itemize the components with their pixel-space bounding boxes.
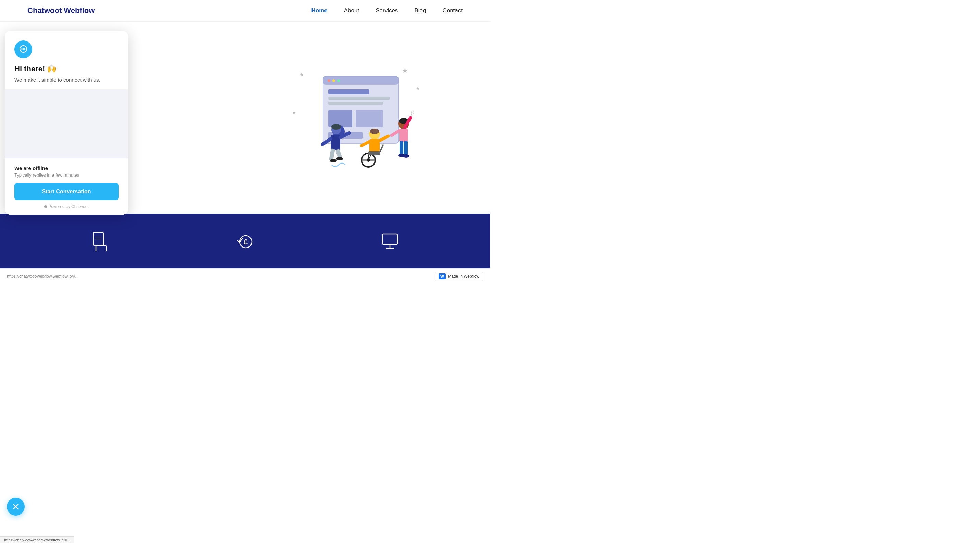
nav-link-about[interactable]: About bbox=[344, 7, 359, 14]
powered-by-label: Powered by Chatwoot bbox=[48, 204, 88, 209]
svg-rect-28 bbox=[369, 139, 380, 152]
chat-logo bbox=[14, 40, 32, 58]
navbar: Chatwoot Webflow Home About Services Blo… bbox=[0, 0, 490, 22]
made-in-webflow: W Made in Webflow bbox=[435, 272, 483, 281]
footer-bar: £ bbox=[0, 213, 490, 268]
chat-header: Hi there! 🙌 We make it simple to connect… bbox=[5, 31, 128, 90]
svg-rect-13 bbox=[328, 110, 352, 127]
nav-link-services[interactable]: Services bbox=[375, 7, 398, 14]
chat-offline-detail: Typically replies in a few minutes bbox=[14, 172, 119, 178]
svg-point-7 bbox=[328, 79, 330, 82]
chatwoot-logo-icon bbox=[19, 45, 28, 54]
svg-point-63 bbox=[24, 48, 25, 50]
svg-point-22 bbox=[330, 159, 337, 162]
made-in-webflow-label: Made in Webflow bbox=[448, 274, 479, 279]
nav-link-home[interactable]: Home bbox=[312, 7, 328, 14]
svg-text:★: ★ bbox=[299, 72, 304, 78]
svg-point-18 bbox=[331, 124, 341, 130]
chat-footer: We are offline Typically replies in a fe… bbox=[5, 158, 128, 215]
nav-link-blog[interactable]: Blog bbox=[414, 7, 426, 14]
chat-body bbox=[5, 90, 128, 158]
footer-icon-monitor bbox=[380, 231, 400, 251]
footer-icon-currency: £ bbox=[235, 231, 255, 251]
chat-greeting: Hi there! 🙌 bbox=[14, 64, 119, 73]
svg-text:): ) bbox=[413, 110, 414, 114]
footer-icon-document bbox=[90, 231, 110, 251]
svg-rect-11 bbox=[328, 97, 390, 100]
svg-rect-14 bbox=[356, 110, 383, 127]
svg-point-9 bbox=[337, 79, 340, 82]
chat-offline-status: We are offline bbox=[14, 165, 119, 171]
nav-link-contact[interactable]: Contact bbox=[442, 7, 463, 14]
currency-icon: £ bbox=[235, 231, 255, 251]
svg-text:): ) bbox=[410, 110, 412, 116]
svg-rect-56 bbox=[382, 234, 398, 244]
svg-point-23 bbox=[336, 157, 343, 161]
svg-rect-35 bbox=[368, 151, 380, 155]
svg-rect-51 bbox=[96, 245, 106, 251]
nav-links: Home About Services Blog Contact bbox=[312, 7, 463, 14]
svg-text:£: £ bbox=[243, 237, 248, 246]
svg-line-36 bbox=[380, 145, 383, 151]
svg-text:★: ★ bbox=[402, 67, 408, 74]
svg-point-48 bbox=[402, 154, 409, 158]
svg-rect-20 bbox=[329, 148, 335, 161]
svg-point-8 bbox=[332, 79, 335, 82]
svg-rect-10 bbox=[328, 89, 369, 94]
svg-point-62 bbox=[22, 48, 24, 50]
svg-rect-45 bbox=[399, 141, 403, 155]
hero-illustration: ★ ★ ★ ★ bbox=[282, 59, 426, 176]
url-hint: https://chatwoot-webflow.webflow.io/#... bbox=[7, 274, 78, 279]
svg-rect-12 bbox=[328, 102, 383, 105]
chat-description: We make it simple to connect with us. bbox=[14, 77, 119, 83]
document-icon bbox=[90, 231, 110, 251]
bottom-bar: https://chatwoot-webflow.webflow.io/#...… bbox=[0, 268, 490, 284]
start-conversation-button[interactable]: Start Conversation bbox=[14, 183, 119, 200]
nav-logo: Chatwoot Webflow bbox=[27, 6, 95, 15]
svg-point-27 bbox=[370, 129, 379, 134]
svg-point-61 bbox=[21, 48, 22, 50]
svg-rect-46 bbox=[404, 141, 408, 155]
svg-text:★: ★ bbox=[292, 110, 296, 115]
hero-image: ★ ★ ★ ★ bbox=[245, 59, 463, 176]
chat-widget: Hi there! 🙌 We make it simple to connect… bbox=[5, 31, 128, 215]
powered-dot bbox=[44, 205, 47, 208]
webflow-w-badge: W bbox=[439, 273, 446, 279]
svg-text:★: ★ bbox=[416, 86, 420, 91]
powered-by-chatwoot: Powered by Chatwoot bbox=[14, 204, 119, 209]
monitor-icon bbox=[380, 231, 400, 251]
